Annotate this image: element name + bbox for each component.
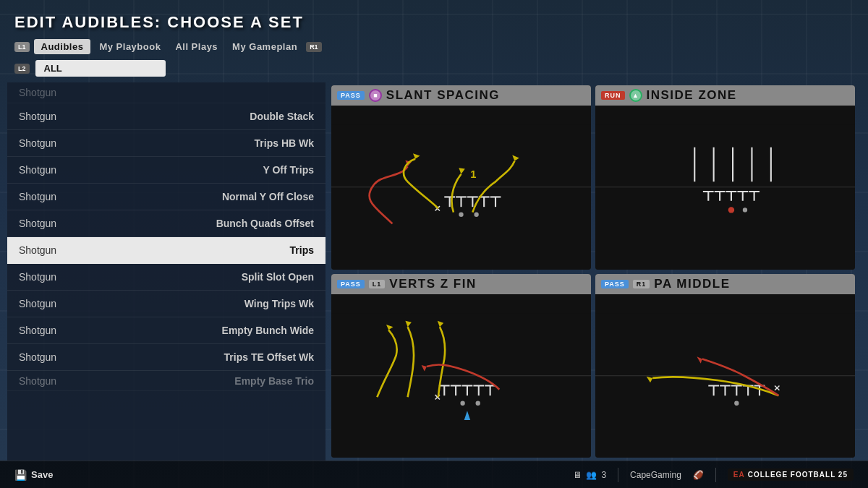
triangle-icon: ▲ (629, 89, 642, 102)
formation-label: Shotgun (19, 87, 56, 98)
card2-title: INSIDE ZONE (647, 88, 737, 103)
brand-name: COLLEGE FOOTBALL 25 (748, 471, 848, 479)
formation-label: Shotgun (19, 164, 56, 176)
svg-point-15 (474, 213, 478, 217)
list-item-8[interactable]: Shotgun Wing Trips Wk (7, 291, 326, 317)
tab-my-playbook[interactable]: My Playbook (93, 39, 166, 54)
formation-label: Shotgun (19, 111, 56, 122)
svg-point-14 (459, 213, 463, 217)
formation-label: Shotgun (19, 325, 56, 336)
play-name-label: Bunch Quads Offset (216, 218, 314, 229)
play-card-verts-z-fin[interactable]: PASS L1 VERTS Z FIN (331, 274, 591, 458)
list-item-0[interactable]: Shotgun (7, 82, 326, 103)
formation-label: Shotgun (19, 218, 56, 229)
play-name-label: Empty Base Trio (234, 375, 314, 387)
user-info: 🖥 👥 3 (573, 470, 606, 480)
formation-label: Shotgun (19, 137, 56, 149)
l2-badge: L2 (14, 64, 30, 74)
card4-canvas (595, 294, 855, 458)
save-button[interactable]: 💾 Save (14, 469, 53, 481)
main-container: EDIT AUDIBLES: CHOOSE A SET L1 Audibles … (0, 0, 868, 488)
screen-icon: 🖥 (573, 470, 582, 480)
bottom-bar: 💾 Save 🖥 👥 3 CapeGaming 🏈 EA COLLEGE FOO… (0, 461, 868, 488)
r1-button-badge: R1 (633, 280, 650, 288)
pass-badge2: PASS (337, 280, 365, 288)
play-name-label: Trips HB Wk (255, 137, 314, 149)
users-icon: 👥 (586, 470, 597, 480)
play-name-label: Trips TE Offset Wk (224, 351, 314, 363)
list-item-3[interactable]: Shotgun Y Off Trips (7, 157, 326, 184)
list-item-7[interactable]: Shotgun Split Slot Open (7, 264, 326, 291)
play-name-label: Split Slot Open (242, 271, 314, 283)
play-name-label: Wing Trips Wk (244, 298, 314, 309)
play-list: Shotgun Shotgun Double Stack Shotgun Tri… (7, 82, 326, 461)
play-name-label: Trips (290, 244, 314, 256)
card3-canvas (331, 294, 591, 458)
tab-bar: L1 Audibles My Playbook All Plays My Gam… (14, 39, 854, 54)
play-name-label: Normal Y Off Close (222, 191, 314, 202)
divider2 (715, 468, 716, 482)
card1-title: SLANT SPACING (386, 88, 500, 103)
svg-point-39 (743, 207, 747, 212)
header: EDIT AUDIBLES: CHOOSE A SET L1 Audibles … (0, 0, 868, 82)
pass-badge: PASS (337, 91, 365, 100)
l1-badge: L1 (14, 42, 30, 52)
play-card-pa-middle[interactable]: PASS R1 PA MIDDLE (595, 274, 855, 458)
save-label: Save (31, 469, 53, 480)
save-icon: 💾 (14, 469, 27, 481)
play-card-inside-zone[interactable]: RUN ▲ INSIDE ZONE (595, 85, 855, 270)
player-count: 3 (601, 470, 606, 480)
play-name-label: Y Off Trips (263, 164, 314, 176)
list-item-10[interactable]: Shotgun Trips TE Offset Wk (7, 344, 326, 371)
tab-all-plays[interactable]: All Plays (169, 39, 224, 54)
formation-label: Shotgun (19, 298, 56, 309)
svg-point-38 (728, 207, 734, 213)
username-icon: 🏈 (693, 470, 704, 480)
card3-title: VERTS Z FIN (389, 277, 476, 291)
r1-badge: R1 (306, 42, 322, 52)
filter-bar: L2 ALL (14, 60, 854, 77)
play-name-label: Double Stack (250, 111, 314, 122)
brand-logo: EA COLLEGE FOOTBALL 25 (728, 468, 854, 481)
username: CapeGaming (630, 470, 681, 480)
svg-text:1: 1 (470, 168, 476, 180)
formation-label: Shotgun (19, 244, 56, 256)
content-area: Shotgun Shotgun Double Stack Shotgun Tri… (0, 82, 868, 461)
play-name-label: Empty Bunch Wide (222, 325, 314, 336)
list-item-5[interactable]: Shotgun Bunch Quads Offset (7, 210, 326, 237)
formation-label: Shotgun (19, 375, 56, 387)
play-list-inner: Shotgun Shotgun Double Stack Shotgun Tri… (7, 82, 326, 461)
circle-icon: ■ (369, 89, 382, 102)
list-item-1[interactable]: Shotgun Double Stack (7, 103, 326, 130)
card2-canvas (595, 106, 855, 270)
list-item-4[interactable]: Shotgun Normal Y Off Close (7, 184, 326, 210)
formation-label: Shotgun (19, 351, 56, 363)
card1-canvas: 1 (331, 106, 591, 270)
tab-my-gameplan[interactable]: My Gameplan (226, 39, 303, 54)
card3-header: PASS L1 VERTS Z FIN (331, 274, 591, 294)
formation-label: Shotgun (19, 271, 56, 283)
list-item-2[interactable]: Shotgun Trips HB Wk (7, 130, 326, 157)
svg-point-54 (460, 401, 464, 405)
list-item-6[interactable]: Shotgun Trips (7, 237, 326, 264)
bottom-right: 🖥 👥 3 CapeGaming 🏈 EA COLLEGE FOOTBALL 2… (573, 468, 854, 482)
play-card-slant-spacing[interactable]: PASS ■ SLANT SPACING (331, 85, 591, 270)
tab-audibles[interactable]: Audibles (34, 39, 91, 54)
formation-label: Shotgun (19, 191, 56, 202)
list-item-9[interactable]: Shotgun Empty Bunch Wide (7, 317, 326, 344)
card1-header: PASS ■ SLANT SPACING (331, 85, 591, 106)
play-diagrams: PASS ■ SLANT SPACING (326, 82, 861, 461)
svg-point-75 (734, 401, 739, 405)
card2-header: RUN ▲ INSIDE ZONE (595, 85, 855, 106)
l1-button-badge: L1 (369, 280, 386, 288)
filter-select[interactable]: ALL (35, 60, 166, 77)
run-badge: RUN (601, 91, 625, 100)
card4-header: PASS R1 PA MIDDLE (595, 274, 855, 294)
list-item-11[interactable]: Shotgun Empty Base Trio (7, 371, 326, 391)
ea-label: EA (733, 471, 745, 479)
page-title: EDIT AUDIBLES: CHOOSE A SET (14, 13, 854, 32)
divider (618, 468, 618, 482)
card4-title: PA MIDDLE (654, 277, 730, 291)
pass-badge3: PASS (601, 280, 629, 288)
svg-point-55 (476, 401, 480, 405)
